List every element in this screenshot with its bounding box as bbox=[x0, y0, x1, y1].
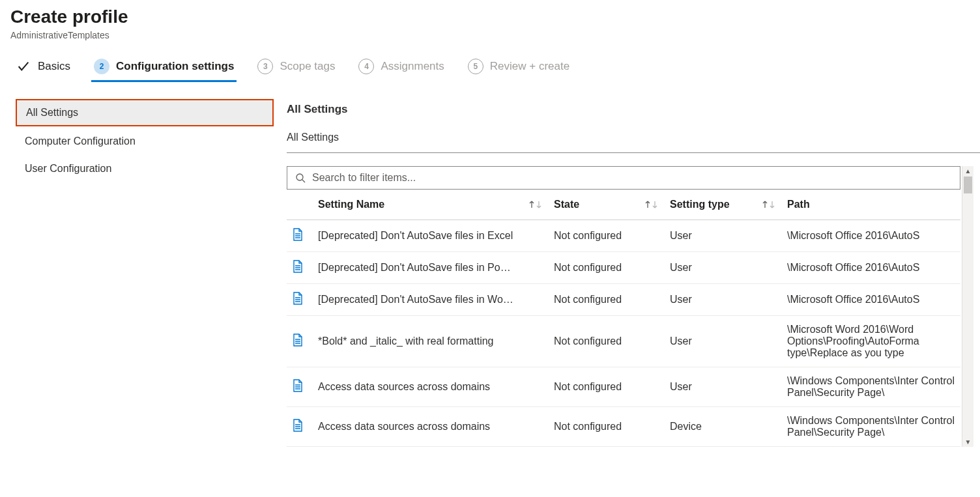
tree-item-all-settings[interactable]: All Settings bbox=[16, 99, 274, 126]
cell-path: \Windows Components\Inter Control Panel\… bbox=[787, 415, 960, 438]
scroll-up-icon[interactable]: ▲ bbox=[965, 166, 972, 176]
cell-state: Not configured bbox=[554, 294, 670, 305]
search-placeholder: Search to filter items... bbox=[312, 172, 416, 184]
table-row[interactable]: [Deprecated] Don't AutoSave files in Exc… bbox=[287, 220, 960, 252]
cell-path: \Microsoft Word 2016\Word Options\Proofi… bbox=[787, 324, 960, 359]
check-icon bbox=[16, 59, 31, 74]
file-icon bbox=[292, 228, 318, 244]
tree-item-user-configuration[interactable]: User Configuration bbox=[16, 156, 274, 181]
column-header-state[interactable]: State bbox=[554, 199, 670, 210]
column-label: State bbox=[554, 199, 579, 210]
step-label: Assignments bbox=[381, 60, 444, 73]
column-header-name[interactable]: Setting Name bbox=[318, 199, 554, 210]
scrollbar[interactable]: ▲ ▼ bbox=[962, 166, 973, 447]
section-title: All Settings bbox=[287, 103, 980, 116]
cell-type: User bbox=[670, 262, 787, 274]
column-label: Setting Name bbox=[318, 199, 384, 210]
step-number-icon: 4 bbox=[358, 59, 374, 74]
search-input[interactable]: Search to filter items... bbox=[287, 166, 960, 190]
step-label: Configuration settings bbox=[116, 60, 234, 73]
step-basics[interactable]: Basics bbox=[16, 59, 70, 81]
step-label: Basics bbox=[38, 60, 70, 73]
column-header-path[interactable]: Path bbox=[787, 199, 960, 210]
cell-type: Device bbox=[670, 421, 787, 433]
cell-type: User bbox=[670, 230, 787, 242]
cell-path: \Microsoft Office 2016\AutoS bbox=[787, 262, 960, 274]
search-icon bbox=[295, 173, 306, 183]
wizard-steps: Basics 2 Configuration settings 3 Scope … bbox=[0, 40, 980, 81]
table-row[interactable]: [Deprecated] Don't AutoSave files in Wo…… bbox=[287, 284, 960, 316]
svg-point-0 bbox=[296, 174, 303, 180]
step-scope-tags[interactable]: 3 Scope tags bbox=[257, 59, 335, 81]
file-icon bbox=[292, 334, 318, 349]
page-subtitle: AdministrativeTemplates bbox=[10, 30, 970, 40]
step-number-icon: 5 bbox=[468, 59, 483, 74]
sort-icon bbox=[762, 201, 775, 208]
cell-name: [Deprecated] Don't AutoSave files in Wo… bbox=[318, 294, 513, 305]
cell-name: *Bold* and _italic_ with real formatting bbox=[318, 335, 493, 347]
cell-name: [Deprecated] Don't AutoSave files in Exc… bbox=[318, 230, 513, 242]
file-icon bbox=[292, 260, 318, 276]
step-assignments[interactable]: 4 Assignments bbox=[358, 59, 444, 81]
cell-name: Access data sources across domains bbox=[318, 381, 490, 393]
cell-path: \Microsoft Office 2016\AutoS bbox=[787, 230, 960, 242]
divider bbox=[287, 152, 980, 153]
scroll-down-icon[interactable]: ▼ bbox=[965, 437, 972, 447]
sort-icon bbox=[528, 201, 542, 208]
cell-state: Not configured bbox=[554, 262, 670, 274]
column-label: Path bbox=[787, 199, 810, 210]
file-icon bbox=[292, 292, 318, 307]
tree-item-computer-configuration[interactable]: Computer Configuration bbox=[16, 129, 274, 154]
cell-path: \Microsoft Office 2016\AutoS bbox=[787, 294, 960, 305]
column-header-type[interactable]: Setting type bbox=[670, 199, 787, 210]
cell-state: Not configured bbox=[554, 230, 670, 242]
cell-state: Not configured bbox=[554, 335, 670, 347]
step-review-create[interactable]: 5 Review + create bbox=[468, 59, 569, 81]
table-row[interactable]: Access data sources across domainsNot co… bbox=[287, 407, 960, 447]
file-icon bbox=[292, 379, 318, 395]
grid-header: Setting Name State Setting type bbox=[287, 190, 960, 220]
cell-state: Not configured bbox=[554, 381, 670, 393]
table-row[interactable]: [Deprecated] Don't AutoSave files in Po…… bbox=[287, 252, 960, 284]
step-number-icon: 3 bbox=[257, 59, 273, 74]
page-title: Create profile bbox=[10, 7, 970, 27]
step-label: Review + create bbox=[490, 60, 569, 73]
step-label: Scope tags bbox=[280, 60, 335, 73]
cell-name: [Deprecated] Don't AutoSave files in Po… bbox=[318, 262, 511, 274]
settings-tree: All Settings Computer Configuration User… bbox=[0, 99, 274, 447]
step-number-icon: 2 bbox=[94, 59, 109, 74]
table-row[interactable]: Access data sources across domainsNot co… bbox=[287, 367, 960, 407]
cell-path: \Windows Components\Inter Control Panel\… bbox=[787, 375, 960, 399]
step-configuration-settings[interactable]: 2 Configuration settings bbox=[94, 59, 234, 81]
cell-type: User bbox=[670, 335, 787, 347]
cell-type: User bbox=[670, 294, 787, 305]
sort-icon bbox=[644, 201, 658, 208]
scroll-thumb[interactable] bbox=[964, 177, 972, 193]
cell-state: Not configured bbox=[554, 421, 670, 433]
cell-name: Access data sources across domains bbox=[318, 421, 490, 433]
file-icon bbox=[292, 419, 318, 434]
breadcrumb: All Settings bbox=[287, 132, 980, 152]
table-row[interactable]: *Bold* and _italic_ with real formatting… bbox=[287, 316, 960, 367]
cell-type: User bbox=[670, 381, 787, 393]
column-label: Setting type bbox=[670, 199, 730, 210]
